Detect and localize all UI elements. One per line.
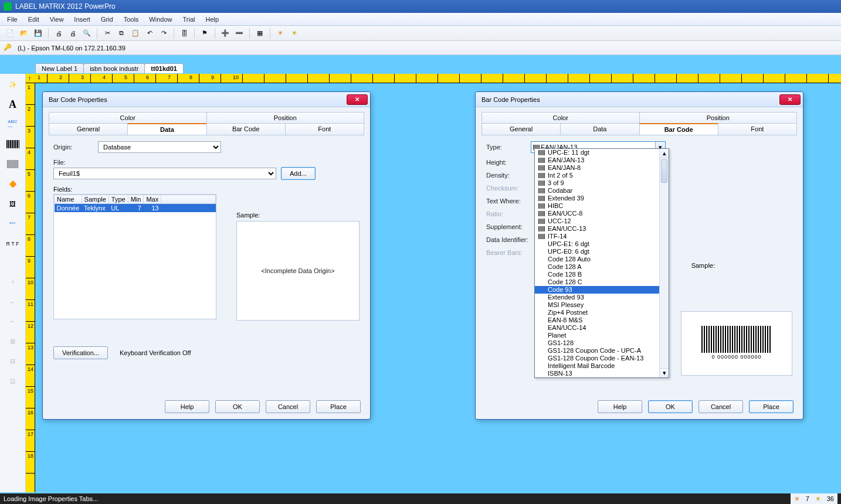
tab-color[interactable]: Color	[49, 112, 207, 123]
dropdown-item[interactable]: Zip+4 Postnet	[535, 309, 669, 316]
dropdown-item[interactable]: EAN/JAN-8	[535, 164, 669, 172]
dropdown-item[interactable]: UCC-12	[535, 217, 669, 225]
dropdown-item[interactable]: Codabar	[535, 187, 669, 195]
undo-icon[interactable]: ↶	[143, 28, 156, 39]
menu-insert[interactable]: Insert	[69, 15, 95, 24]
tab-position[interactable]: Position	[639, 112, 798, 123]
dropdown-item[interactable]: Intelligent Mail Barcode	[535, 362, 669, 370]
database-icon[interactable]: 🗄	[178, 28, 191, 39]
col-type[interactable]: Type	[108, 195, 128, 204]
dropdown-item[interactable]: Int 2 of 5	[535, 172, 669, 179]
close-button[interactable]: ✕	[347, 94, 368, 105]
tab-data[interactable]: Data	[560, 123, 639, 135]
dropdown-item[interactable]: Extended 39	[535, 195, 669, 202]
cancel-button[interactable]: Cancel	[266, 400, 310, 413]
image-tool-icon[interactable]: 🖼	[4, 197, 22, 211]
menu-edit[interactable]: Edit	[23, 15, 44, 24]
doc-tab-3[interactable]: tt01kd01	[144, 63, 184, 73]
add-button[interactable]: Add...	[281, 167, 316, 180]
col-min[interactable]: Min	[128, 195, 144, 204]
open-icon[interactable]: 📂	[18, 28, 30, 39]
dropdown-item[interactable]: UPC-E1: 6 dgt	[535, 240, 669, 248]
zoom-out-icon[interactable]: ➖	[233, 28, 246, 39]
dialog-titlebar[interactable]: Bar Code Properties ✕	[43, 92, 370, 107]
tab-data[interactable]: Data	[127, 123, 206, 135]
dropdown-item[interactable]: EAN/UCC-13	[535, 225, 669, 233]
save-icon[interactable]: 💾	[32, 28, 45, 39]
redo-icon[interactable]: ↷	[157, 28, 170, 39]
dropdown-item[interactable]: Code 128 C	[535, 278, 669, 286]
scroll-down-icon[interactable]: ▾	[660, 368, 669, 377]
scroll-thumb[interactable]	[661, 159, 667, 183]
menu-file[interactable]: File	[2, 15, 22, 24]
rtf-tool-icon[interactable]: R T F	[4, 237, 22, 251]
dropdown-item[interactable]: Code 128 Auto	[535, 256, 669, 263]
dropdown-item[interactable]: EAN-8 M&S	[535, 316, 669, 324]
dropdown-item[interactable]: Code 93	[535, 286, 669, 294]
print-preview-icon[interactable]: 🔍	[80, 28, 93, 39]
doc-tab-1[interactable]: New Label 1	[35, 63, 84, 73]
close-button[interactable]: ✕	[779, 94, 801, 105]
cut-icon[interactable]: ✂	[101, 28, 114, 39]
ok-button[interactable]: OK	[215, 400, 260, 413]
menu-tools[interactable]: Tools	[119, 15, 144, 24]
tab-general[interactable]: General	[481, 123, 561, 135]
dropdown-item[interactable]: HIBC	[535, 202, 669, 210]
flag-icon[interactable]: ⚑	[198, 28, 211, 39]
dropdown-item[interactable]: EAN/UCC-8	[535, 210, 669, 217]
copy-icon[interactable]: ⧉	[115, 28, 128, 39]
doc-tab-2[interactable]: isbn book industr	[83, 63, 145, 73]
scrollbar[interactable]: ▴ ▾	[659, 149, 669, 377]
ok-button[interactable]: OK	[648, 400, 693, 413]
verification-button[interactable]: Verification...	[53, 346, 108, 359]
dropdown-item[interactable]: EAN/UCC-14	[535, 324, 669, 332]
help-button[interactable]: Help	[598, 400, 642, 413]
scroll-up-icon[interactable]: ▴	[660, 149, 669, 158]
dropdown-item[interactable]: UPC-E: 11 dgt	[535, 149, 669, 156]
tab-color[interactable]: Color	[481, 112, 640, 123]
file-select[interactable]: Feuil1$	[53, 168, 276, 179]
col-name[interactable]: Name	[55, 195, 82, 204]
zoom-in-icon[interactable]: ➕	[219, 28, 232, 39]
dropdown-item[interactable]: Extended 93	[535, 294, 669, 301]
barcode2d-tool-icon[interactable]	[4, 157, 22, 171]
place-button[interactable]: Place	[749, 400, 793, 413]
col-sample[interactable]: Sample	[82, 195, 108, 204]
dropdown-item[interactable]: GS1-128	[535, 339, 669, 347]
menu-trial[interactable]: Trial	[178, 15, 199, 24]
print-icon[interactable]: 🖨	[52, 28, 65, 39]
sun-red-icon[interactable]: ☀	[274, 28, 287, 39]
dropdown-item[interactable]: MSI Plessey	[535, 301, 669, 309]
tab-barcode[interactable]: Bar Code	[206, 123, 286, 135]
tab-general[interactable]: General	[49, 123, 128, 135]
place-button[interactable]: Place	[316, 400, 361, 413]
text-tool-icon[interactable]: A	[4, 97, 22, 111]
origin-select[interactable]: Database	[98, 141, 221, 153]
menu-grid[interactable]: Grid	[96, 15, 118, 24]
dropdown-item[interactable]: ISBN-13	[535, 370, 669, 377]
help-button[interactable]: Help	[165, 400, 209, 413]
tab-barcode[interactable]: Bar Code	[639, 123, 718, 135]
dropdown-item[interactable]: Planet	[535, 332, 669, 339]
paragraph-tool-icon[interactable]: ABC—	[4, 117, 22, 131]
key-icon[interactable]: 🔑	[4, 43, 13, 53]
type-dropdown-list[interactable]: UPC-E: 11 dgtEAN/JAN-13EAN/JAN-8Int 2 of…	[534, 148, 669, 378]
fields-grid[interactable]: Name Sample Type Min Max Donnée Teklynx …	[53, 194, 216, 319]
menu-view[interactable]: View	[45, 15, 69, 24]
dropdown-item[interactable]: ITF-14	[535, 233, 669, 240]
cancel-button[interactable]: Cancel	[698, 400, 743, 413]
grid-icon[interactable]: ▦	[253, 28, 266, 39]
print-batch-icon[interactable]: 🖨	[66, 28, 79, 39]
dialog-titlebar[interactable]: Bar Code Properties ✕	[476, 92, 803, 107]
dropdown-item[interactable]: GS1-128 Coupon Code - UPC-A	[535, 347, 669, 355]
dropdown-item[interactable]: Code 128 B	[535, 271, 669, 278]
dropdown-item[interactable]: UPC-E0: 6 dgt	[535, 248, 669, 256]
tab-font[interactable]: Font	[285, 123, 364, 135]
col-max[interactable]: Max	[144, 195, 161, 204]
tab-position[interactable]: Position	[206, 112, 365, 123]
dropdown-item[interactable]: Code 128 A	[535, 263, 669, 271]
table-row[interactable]: Donnée Teklynx UL 7 13	[55, 204, 216, 213]
menu-help[interactable]: Help	[201, 15, 223, 24]
shape-tool-icon[interactable]: 🔶	[4, 177, 22, 191]
dropdown-item[interactable]: 3 of 9	[535, 179, 669, 187]
